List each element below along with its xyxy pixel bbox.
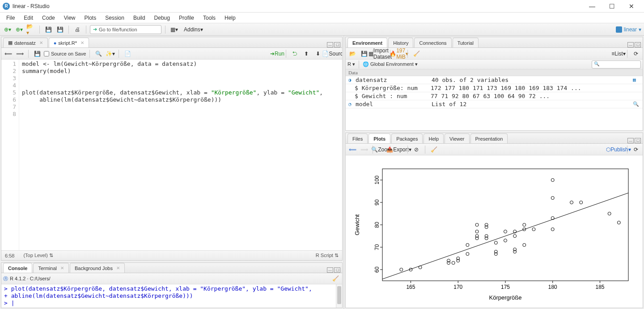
env-scope-bar: R ▾ 🌐 Global Environment ▾ <box>346 60 643 69</box>
save-workspace-icon[interactable]: 💾 <box>359 49 369 59</box>
save-icon[interactable]: 💾 <box>32 49 42 59</box>
import-dataset-button[interactable]: ▦ Import Dataset ▾ <box>377 49 386 59</box>
tab-environment[interactable]: Environment <box>347 38 387 47</box>
menu-debug[interactable]: Debug <box>150 14 174 22</box>
close-icon[interactable]: ✕ <box>116 266 120 270</box>
find-icon[interactable]: 🔍 <box>93 49 103 59</box>
maximize-button[interactable]: ☐ <box>602 0 622 13</box>
load-workspace-icon[interactable]: 📂 <box>347 49 357 59</box>
wand-icon[interactable]: ✨▾ <box>105 49 115 59</box>
run-button[interactable]: ➔ Run <box>272 49 282 59</box>
project-cube-icon <box>616 26 622 33</box>
tab-presentation[interactable]: Presentation <box>470 133 508 143</box>
svg-point-26 <box>419 266 422 269</box>
refresh-icon[interactable]: ⟳ <box>631 49 641 59</box>
view-list-button[interactable]: ≡ List ▾ <box>614 49 623 59</box>
close-icon[interactable]: ✕ <box>60 266 64 270</box>
maximize-pane-icon[interactable]: ☐ <box>334 42 340 47</box>
minimize-pane-icon[interactable]: — <box>627 138 634 143</box>
tab-terminal[interactable]: Terminal✕ <box>33 263 69 273</box>
console-output[interactable]: > plot(datensatz$Körpergröße, datensatz$… <box>1 284 342 308</box>
save-icon[interactable]: 💾 <box>43 25 53 34</box>
menu-session[interactable]: Session <box>101 14 129 22</box>
source-on-save-checkbox[interactable] <box>44 51 49 56</box>
tab-viewer[interactable]: Viewer <box>445 133 469 143</box>
menu-help[interactable]: Help <box>220 14 240 22</box>
language-scope[interactable]: R ▾ <box>347 61 355 67</box>
minimize-pane-icon[interactable]: — <box>327 42 333 47</box>
new-project-icon[interactable]: ⊕▾ <box>14 25 24 34</box>
minimize-pane-icon[interactable]: — <box>327 267 333 273</box>
publish-button[interactable]: ⬡ Publish ▾ <box>614 145 623 154</box>
code-editor[interactable]: 12345678 model <- lm(Gewicht~Körpergröße… <box>1 60 342 250</box>
rscript-icon: ● <box>54 40 57 46</box>
print-icon[interactable]: 🖨 <box>72 25 82 34</box>
goto-file-function[interactable]: ➔Go to file/function <box>90 25 161 34</box>
remove-plot-icon[interactable]: ⊘ <box>411 145 421 154</box>
addins-dropdown[interactable]: Addins ▾ <box>181 25 206 34</box>
memory-usage[interactable]: 🔥 197 MiB ▾ <box>394 49 404 59</box>
plot-prev-icon[interactable]: ⟸ <box>347 145 357 154</box>
rerun-icon[interactable]: ⮌ <box>290 49 300 59</box>
menu-file[interactable]: File <box>2 14 19 22</box>
maximize-pane-icon[interactable]: ☐ <box>635 42 641 47</box>
tab-packages[interactable]: Packages <box>391 133 423 143</box>
scrollbar[interactable] <box>336 284 342 308</box>
menu-tools[interactable]: Tools <box>199 14 220 22</box>
clear-env-icon[interactable]: 🧹 <box>411 49 421 59</box>
refresh-plot-icon[interactable]: ⟳ <box>631 145 641 154</box>
svg-point-32 <box>466 253 469 256</box>
minimize-pane-icon[interactable]: — <box>627 42 634 47</box>
goto-section-down-icon[interactable]: ⬇ <box>313 49 323 59</box>
menu-build[interactable]: Build <box>129 14 150 22</box>
code-content[interactable]: model <- lm(Gewicht~Körpergröße, data = … <box>19 60 342 250</box>
menu-profile[interactable]: Profile <box>174 14 199 22</box>
goto-section-up-icon[interactable]: ⬆ <box>301 49 311 59</box>
maximize-pane-icon[interactable]: ☐ <box>334 267 340 273</box>
tab-files[interactable]: Files <box>347 133 368 143</box>
grid-icon[interactable]: ▦ <box>633 77 639 83</box>
menu-code[interactable]: Code <box>38 14 59 22</box>
tab-connections[interactable]: Connections <box>414 38 451 47</box>
tab-history[interactable]: History <box>388 38 413 47</box>
menu-edit[interactable]: Edit <box>19 14 38 22</box>
clear-console-icon[interactable]: 🧹 <box>330 274 340 283</box>
scope-selector[interactable]: (Top Level) ⇅ <box>23 253 53 258</box>
close-icon[interactable]: ✕ <box>39 40 43 45</box>
export-button[interactable]: 📤 Export ▾ <box>394 145 404 154</box>
svg-text:165: 165 <box>406 284 415 290</box>
clear-plots-icon[interactable]: 🧹 <box>429 145 439 154</box>
tab-datensatz[interactable]: ▦ datensatz ✕ <box>3 38 48 47</box>
grid-icon[interactable]: ▦▾ <box>169 25 179 34</box>
forward-icon[interactable]: ⟹ <box>15 49 25 59</box>
tab-tutorial[interactable]: Tutorial <box>453 38 479 47</box>
tab-skript[interactable]: ● skript.R* ✕ <box>49 38 89 47</box>
env-row-datensatz[interactable]: ◑ datensatz 40 obs. of 2 variables ▦ <box>346 76 643 84</box>
plots-pane: Files Plots Packages Help Viewer Present… <box>345 133 643 308</box>
language-selector[interactable]: R Script ⇅ <box>316 253 339 258</box>
maximize-pane-icon[interactable]: ☐ <box>635 138 641 143</box>
menu-view[interactable]: View <box>59 14 80 22</box>
back-icon[interactable]: ⟸ <box>3 49 13 59</box>
tab-background-jobs[interactable]: Background Jobs✕ <box>70 263 125 273</box>
source-button[interactable]: 📄 Source ▾ <box>330 49 340 59</box>
save-all-icon[interactable]: 💾 <box>55 25 65 34</box>
compile-icon[interactable]: 📄 <box>123 49 132 59</box>
tab-help[interactable]: Help <box>424 133 444 143</box>
tab-console[interactable]: Console <box>3 263 32 273</box>
tab-plots[interactable]: Plots <box>369 133 390 143</box>
open-file-icon[interactable]: 📂▾ <box>26 25 36 34</box>
inspect-icon[interactable]: 🔍 <box>633 101 639 107</box>
plot-next-icon[interactable]: ⟹ <box>359 145 369 154</box>
env-row-model[interactable]: ◔ model List of 12 🔍 <box>346 100 643 108</box>
minimize-button[interactable]: — <box>582 0 602 13</box>
close-icon[interactable]: ✕ <box>80 40 84 45</box>
zoom-button[interactable]: 🔍 Zoom <box>377 145 386 154</box>
expand-icon[interactable]: ◑ <box>348 77 355 83</box>
env-search-input[interactable] <box>592 60 641 69</box>
new-file-icon[interactable]: ⊕▾ <box>3 25 13 34</box>
env-scope[interactable]: 🌐 Global Environment ▾ <box>363 61 418 67</box>
project-selector[interactable]: linear ▾ <box>616 26 641 33</box>
menu-plots[interactable]: Plots <box>80 14 101 22</box>
close-button[interactable]: ✕ <box>622 0 641 13</box>
